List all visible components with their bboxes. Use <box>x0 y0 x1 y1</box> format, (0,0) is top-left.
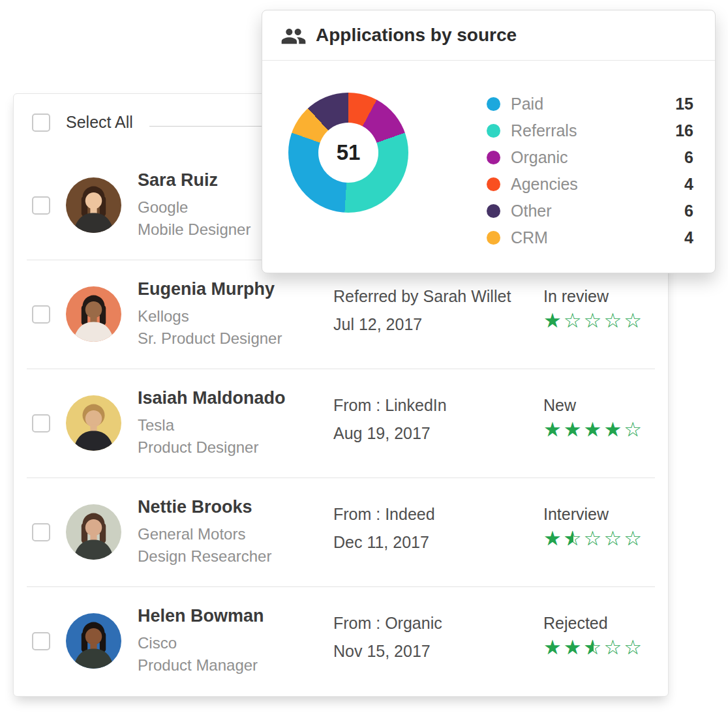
candidate-title: Sr. Product Designer <box>138 327 333 350</box>
candidate-status: New ★★★★☆★ <box>543 396 668 442</box>
candidate-status: Rejected ★★☆★☆★☆★ <box>543 614 668 660</box>
legend-dot <box>487 97 500 111</box>
source-line: Referred by Sarah Willet <box>333 287 543 306</box>
application-date: Aug 19, 2017 <box>333 424 543 443</box>
star-rating[interactable]: ★☆★☆★☆★☆★ <box>543 527 668 551</box>
candidate-name: Eugenia Murphy <box>138 279 333 299</box>
candidate-row[interactable]: Isaiah Maldonado Tesla Product Designer … <box>14 369 668 478</box>
avatar <box>66 504 121 560</box>
candidate-source: Referred by Sarah Willet Jul 12, 2017 <box>333 287 543 334</box>
legend-label: Other <box>511 202 684 220</box>
legend-item-referrals[interactable]: Referrals 16 <box>487 117 693 144</box>
legend-item-agencies[interactable]: Agencies 4 <box>487 171 693 198</box>
legend-item-organic[interactable]: Organic 6 <box>487 144 693 171</box>
legend-value: 6 <box>684 202 693 220</box>
chart-legend: Paid 15 Referrals 16 Organic 6 Agencies … <box>487 91 693 251</box>
application-date: Jul 12, 2017 <box>333 315 543 334</box>
row-checkbox[interactable] <box>32 196 50 215</box>
status-label: Interview <box>543 505 668 524</box>
candidate-info: Helen Bowman Cisco Product Manager <box>138 606 333 676</box>
row-checkbox[interactable] <box>32 305 50 324</box>
select-all-label: Select All <box>66 113 133 132</box>
application-date: Nov 15, 2017 <box>333 642 543 661</box>
legend-label: Paid <box>511 95 675 114</box>
status-label: In review <box>543 287 668 306</box>
candidate-source: From : Indeed Dec 11, 2017 <box>333 505 543 552</box>
star-rating[interactable]: ★★★★☆★ <box>543 418 668 442</box>
candidate-title: Design Researcher <box>138 545 333 568</box>
candidate-company: Cisco <box>138 632 333 654</box>
avatar <box>66 613 121 669</box>
legend-value: 15 <box>675 95 693 114</box>
legend-value: 4 <box>684 228 693 247</box>
candidate-row[interactable]: Helen Bowman Cisco Product Manager From … <box>14 586 668 695</box>
status-label: New <box>543 396 668 415</box>
candidate-company: General Motors <box>138 523 333 545</box>
candidate-source: From : LinkedIn Aug 19, 2017 <box>333 396 543 443</box>
legend-item-crm[interactable]: CRM 4 <box>487 224 693 251</box>
application-date: Dec 11, 2017 <box>333 533 543 552</box>
candidate-status: Interview ★☆★☆★☆★☆★ <box>543 505 668 551</box>
legend-label: Organic <box>511 148 684 167</box>
avatar <box>66 395 121 451</box>
people-icon <box>281 25 307 46</box>
donut-chart[interactable]: 51 <box>288 93 408 213</box>
star-rating[interactable]: ★★☆★☆★☆★ <box>543 636 668 660</box>
source-line: From : Indeed <box>333 505 543 524</box>
source-line: From : LinkedIn <box>333 396 543 415</box>
avatar <box>66 286 121 342</box>
candidate-title: Product Manager <box>138 654 333 676</box>
select-all-checkbox[interactable] <box>32 114 50 132</box>
candidate-info: Isaiah Maldonado Tesla Product Designer <box>138 388 333 459</box>
candidate-info: Eugenia Murphy Kellogs Sr. Product Desig… <box>138 279 333 350</box>
candidate-row[interactable]: Nettie Brooks General Motors Design Rese… <box>14 478 668 586</box>
legend-value: 6 <box>684 148 693 167</box>
card-header: Applications by source <box>262 10 715 61</box>
status-label: Rejected <box>543 614 668 633</box>
legend-item-other[interactable]: Other 6 <box>487 198 693 224</box>
card-title: Applications by source <box>316 25 517 46</box>
row-checkbox[interactable] <box>32 414 50 432</box>
legend-label: Referrals <box>511 121 675 140</box>
candidate-status: In review ★☆★☆★☆★☆★ <box>543 287 668 333</box>
applications-by-source-card: Applications by source 51 Paid 15 Referr… <box>262 10 716 273</box>
legend-dot <box>487 177 500 191</box>
candidate-source: From : Organic Nov 15, 2017 <box>333 614 543 661</box>
card-body: 51 Paid 15 Referrals 16 Organic 6 Agenci… <box>262 61 715 273</box>
candidate-name: Nettie Brooks <box>138 497 333 517</box>
donut-hole: 51 <box>318 123 378 183</box>
row-checkbox[interactable] <box>32 523 50 541</box>
candidate-title: Product Designer <box>138 436 333 459</box>
legend-value: 4 <box>684 175 693 194</box>
legend-dot <box>487 124 500 138</box>
legend-label: Agencies <box>511 175 684 194</box>
row-checkbox[interactable] <box>32 632 50 650</box>
candidate-name: Helen Bowman <box>138 606 333 626</box>
legend-item-paid[interactable]: Paid 15 <box>487 91 693 117</box>
legend-dot <box>487 231 500 245</box>
candidate-info: Nettie Brooks General Motors Design Rese… <box>138 497 333 568</box>
legend-value: 16 <box>675 121 693 140</box>
candidate-name: Isaiah Maldonado <box>138 388 333 408</box>
avatar <box>66 177 121 233</box>
legend-dot <box>487 204 500 218</box>
candidate-company: Tesla <box>138 414 333 436</box>
source-line: From : Organic <box>333 614 543 633</box>
candidate-row[interactable]: Eugenia Murphy Kellogs Sr. Product Desig… <box>14 260 668 369</box>
donut-total: 51 <box>337 140 361 165</box>
candidate-company: Kellogs <box>138 305 333 327</box>
star-rating[interactable]: ★☆★☆★☆★☆★ <box>543 309 668 333</box>
legend-dot <box>487 151 500 164</box>
legend-label: CRM <box>511 228 684 247</box>
